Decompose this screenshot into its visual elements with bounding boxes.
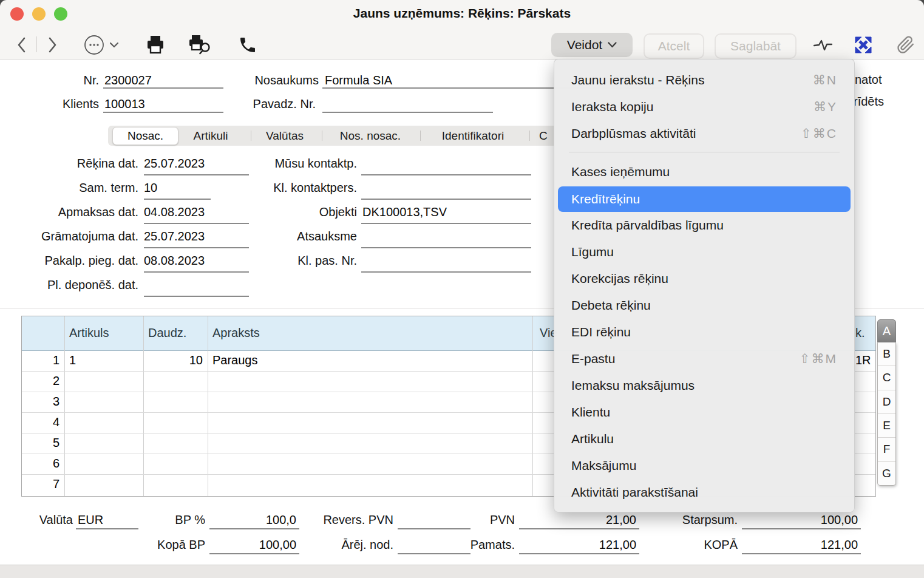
field-underline	[361, 223, 531, 224]
field-underline	[398, 553, 470, 554]
menu-item-edi-rekinu[interactable]: EDI rēķinu	[558, 319, 851, 345]
menu-item-label: EDI rēķinu	[571, 325, 631, 339]
bp-field[interactable]: 100,0	[209, 513, 296, 527]
valuta-label: Valūta	[24, 513, 73, 527]
chevron-down-icon[interactable]	[108, 34, 120, 56]
menu-item-iemaksu-maksajumus[interactable]: Iemaksu maksājumus	[558, 372, 851, 399]
valuta-field[interactable]: EUR	[78, 513, 103, 527]
menu-item-label: Kredītrēķinu	[571, 192, 640, 206]
row-number[interactable]: 3	[24, 395, 59, 409]
col-pvnk-header-clipped[interactable]: k.	[855, 326, 865, 340]
atsauksme-label: Atsauksme	[231, 229, 357, 243]
menu-item-klientu[interactable]: Klientu	[558, 399, 851, 426]
menu-item-kases-ienemumu[interactable]: Kases ieņēmumu	[558, 158, 851, 185]
row-number[interactable]: 6	[24, 457, 59, 471]
field-underline	[76, 528, 138, 529]
menu-item-label: Debeta rēķinu	[571, 298, 651, 312]
field-underline	[144, 223, 249, 224]
row-number[interactable]: 4	[24, 415, 59, 429]
menu-item-kredita-parvaldibas-ligumu[interactable]: Kredīta pārvaldības līgumu	[558, 212, 851, 239]
app-window: Jauns uzņēmums: Rēķins: Pārskats	[0, 0, 924, 578]
musu-kontaktp-label: Mūsu kontaktp.	[231, 157, 357, 171]
menu-item-aktivitati-parakstisanai[interactable]: Aktivitāti parakstīšanai	[558, 479, 851, 506]
menu-item-kreditrekinu[interactable]: Kredītrēķinu	[558, 186, 851, 212]
col-line	[64, 316, 65, 496]
more-options-icon[interactable]	[83, 34, 105, 56]
menu-item-ligumu[interactable]: Līgumu	[558, 239, 851, 265]
side-tab-e[interactable]: E	[878, 414, 895, 438]
kopa-field[interactable]: 121,00	[742, 538, 858, 552]
field-underline	[742, 553, 861, 554]
tab-artikuli[interactable]: Artikuli	[184, 129, 237, 143]
forward-icon[interactable]	[41, 34, 63, 56]
side-tab-a[interactable]: A	[877, 319, 896, 342]
cell-pvnk[interactable]: 1R	[855, 353, 871, 367]
klients-field[interactable]: 100013	[104, 97, 145, 111]
nr-field[interactable]: 2300027	[104, 73, 152, 87]
row-number[interactable]: 2	[24, 374, 59, 388]
side-tab-a-label: A	[883, 324, 891, 338]
pakalp-pieg-dat-field[interactable]: 08.08.2023	[144, 254, 205, 268]
menu-item-e-pastu[interactable]: E-pastu⇧⌘M	[558, 345, 851, 372]
menu-item-label: Kredīta pārvaldības līgumu	[571, 218, 724, 232]
col-line	[143, 316, 144, 496]
field-underline	[144, 271, 249, 273]
row-number[interactable]: 7	[24, 477, 59, 491]
tab-nosac[interactable]: Nosac.	[112, 127, 178, 145]
tab-nos-nosac[interactable]: Nos. nosac.	[331, 129, 410, 143]
tab-identifikatori[interactable]: Identifikatori	[430, 129, 516, 143]
cell-daudz[interactable]: 10	[149, 353, 203, 367]
tab-divider	[322, 131, 322, 141]
objekti-field[interactable]: DK100013,TSV	[362, 205, 447, 219]
menu-item-korekcijas-rekinu[interactable]: Korekcijas rēķinu	[558, 265, 851, 292]
back-icon[interactable]	[11, 34, 33, 56]
menu-item-ieraksta-kopiju[interactable]: Ieraksta kopiju⌘Y	[558, 93, 851, 120]
menu-item-maksajumu[interactable]: Maksājumu	[558, 452, 851, 479]
activity-icon[interactable]	[813, 34, 835, 56]
apmaksas-dat-field[interactable]: 04.08.2023	[144, 205, 205, 219]
menu-item-label: Korekcijas rēķinu	[571, 271, 668, 285]
phone-icon[interactable]	[237, 34, 259, 56]
side-tab-c[interactable]: C	[878, 366, 895, 390]
attachment-icon[interactable]	[895, 34, 917, 56]
arej-nod-label: Ārēj. nod.	[308, 538, 393, 552]
menu-item-jaunu-ierakstu[interactable]: Jaunu ierakstu - Rēķins⌘N	[558, 67, 851, 93]
revers-pvn-label: Revers. PVN	[308, 513, 393, 527]
veidot-button[interactable]: Veidot	[551, 33, 633, 57]
pvn-field[interactable]: 21,00	[519, 513, 636, 527]
menu-item-debeta-rekinu[interactable]: Debeta rēķinu	[558, 292, 851, 319]
kopa-label: KOPĀ	[665, 538, 738, 552]
gramatojuma-dat-field[interactable]: 25.07.2023	[144, 229, 205, 243]
tab-divider	[420, 131, 421, 141]
side-tab-d[interactable]: D	[878, 390, 895, 414]
pakalp-pieg-dat-label: Pakalp. pieg. dat.	[12, 254, 138, 268]
starpsum-field[interactable]: 100,00	[742, 513, 858, 527]
menu-shortcut: ⌘N	[813, 67, 837, 93]
print-icon[interactable]	[144, 34, 166, 56]
side-tab-b[interactable]: B	[878, 342, 895, 366]
nosaukums-field[interactable]: Formula SIA	[325, 73, 392, 87]
side-tab-g[interactable]: G	[878, 462, 895, 485]
side-tab-f[interactable]: F	[878, 438, 895, 461]
row-number[interactable]: 5	[24, 436, 59, 450]
saglabat-button[interactable]: Saglabāt	[715, 33, 797, 59]
expand-icon[interactable]	[852, 34, 874, 56]
rekina-dat-field[interactable]: 25.07.2023	[144, 157, 205, 171]
row-number[interactable]: 1	[24, 353, 59, 367]
tab-valutas[interactable]: Valūtas	[258, 129, 311, 143]
col-apraksts-header[interactable]: Apraksts	[212, 326, 260, 340]
menu-item-label: Līgumu	[571, 245, 614, 259]
atcelt-button[interactable]: Atcelt	[644, 33, 704, 59]
pvn-label: PVN	[466, 513, 515, 527]
menu-item-artikulu[interactable]: Artikulu	[558, 426, 851, 452]
cell-artikuls[interactable]: 1	[69, 353, 76, 367]
col-artikuls-header[interactable]: Artikuls	[69, 326, 109, 340]
cell-apraksts[interactable]: Paraugs	[212, 353, 258, 367]
sam-term-field[interactable]: 10	[144, 181, 157, 195]
pamats-field[interactable]: 121,00	[519, 538, 636, 552]
menu-item-label: Aktivitāti parakstīšanai	[571, 485, 698, 499]
col-daudz-header[interactable]: Daudz.	[148, 326, 186, 340]
print-preview-icon[interactable]	[186, 34, 214, 56]
kopa-bp-field[interactable]: 100,00	[209, 538, 296, 552]
menu-item-darbplusmas-aktivitati[interactable]: Darbplūsmas aktivitāti⇧⌘C	[558, 120, 851, 147]
